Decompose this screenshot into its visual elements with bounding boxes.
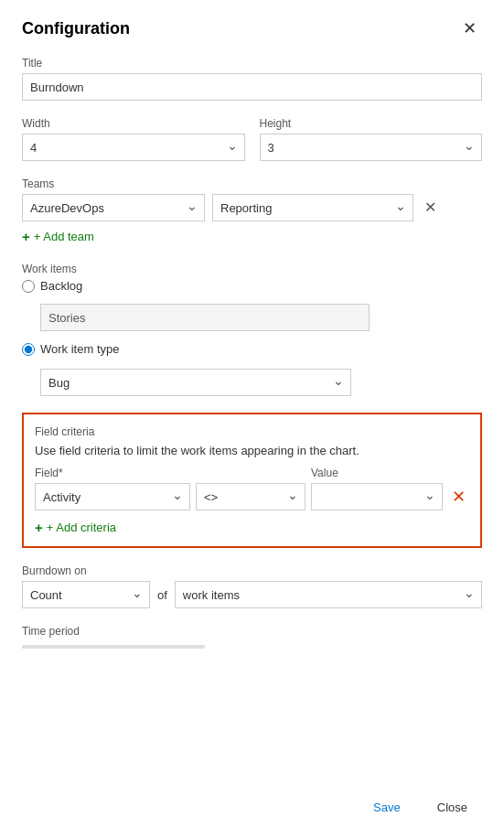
field-criteria-box: Field criteria Use field criteria to lim… xyxy=(22,413,482,548)
close-icon-button[interactable]: ✕ xyxy=(457,18,482,38)
backlog-radio-label[interactable]: Backlog xyxy=(22,279,482,293)
width-select[interactable]: 1 2 3 4 5 6 xyxy=(22,134,245,161)
add-criteria-label: + Add criteria xyxy=(47,521,116,534)
dialog-title: Configuration xyxy=(22,19,130,38)
work-items-label: Work items xyxy=(22,263,482,275)
add-team-label: + Add team xyxy=(34,230,94,243)
width-col: Width 1 2 3 4 5 6 xyxy=(22,117,245,161)
criteria-row: Activity Area Assigned To State Tag = <>… xyxy=(35,483,469,510)
height-select[interactable]: 1 2 3 4 5 6 xyxy=(260,134,483,161)
team2-select[interactable]: AzureDevOps Reporting Project1 xyxy=(212,194,413,221)
width-select-wrapper: 1 2 3 4 5 6 xyxy=(22,134,245,161)
dialog-header: Configuration ✕ xyxy=(22,18,482,38)
work-items-section: Work items Backlog Work item type Bug Ta… xyxy=(22,263,482,396)
teams-section: Teams AzureDevOps Reporting Project1 Azu… xyxy=(22,177,482,246)
count-select-wrapper: Count Sum xyxy=(22,581,150,608)
items-select[interactable]: work items story points effort remaining… xyxy=(175,581,482,608)
close-button[interactable]: Close xyxy=(423,794,482,820)
backlog-radio[interactable] xyxy=(22,280,35,293)
time-period-bar xyxy=(22,645,205,649)
work-type-select-container: Bug Task Epic Feature User Story xyxy=(40,369,351,396)
value-col-header: Value xyxy=(311,467,469,479)
dialog-footer: Save Close xyxy=(359,794,482,820)
operator-col-header xyxy=(196,467,306,479)
teams-row: AzureDevOps Reporting Project1 AzureDevO… xyxy=(22,194,482,221)
title-section: Title xyxy=(22,57,482,101)
of-label: of xyxy=(157,588,167,602)
save-button[interactable]: Save xyxy=(359,794,415,820)
teams-label: Teams xyxy=(22,177,482,190)
title-label: Title xyxy=(22,57,482,70)
width-label: Width xyxy=(22,117,245,130)
work-type-select-wrapper: Bug Task Epic Feature User Story xyxy=(40,369,351,396)
team2-select-wrapper: AzureDevOps Reporting Project1 xyxy=(212,194,413,221)
criteria-operator-select[interactable]: = <> < > <= >= In Not In xyxy=(196,483,306,510)
backlog-input[interactable] xyxy=(40,304,370,331)
remove-team-button[interactable]: ✕ xyxy=(421,199,440,217)
add-team-plus-icon: + xyxy=(22,229,30,244)
width-height-section: Width 1 2 3 4 5 6 Height 1 2 3 4 xyxy=(22,117,482,161)
items-select-wrapper: work items story points effort remaining… xyxy=(175,581,482,608)
work-item-type-radio-label[interactable]: Work item type xyxy=(22,342,482,356)
team1-select[interactable]: AzureDevOps Reporting Project1 xyxy=(22,194,205,221)
count-select[interactable]: Count Sum xyxy=(22,581,150,608)
burndown-on-section: Burndown on Count Sum of work items stor… xyxy=(22,564,482,608)
height-col: Height 1 2 3 4 5 6 xyxy=(260,117,483,161)
backlog-label-text: Backlog xyxy=(40,279,82,293)
burndown-on-row: Count Sum of work items story points eff… xyxy=(22,581,482,608)
backlog-field xyxy=(40,304,482,331)
work-type-select[interactable]: Bug Task Epic Feature User Story xyxy=(40,369,351,396)
criteria-column-headers: Field* Value xyxy=(35,467,469,479)
criteria-value-select[interactable] xyxy=(311,483,443,510)
field-criteria-label: Field criteria xyxy=(35,425,469,438)
configuration-dialog: Configuration ✕ Title Width 1 2 3 4 5 6 … xyxy=(0,0,504,838)
criteria-operator-select-wrapper: = <> < > <= >= In Not In xyxy=(196,483,306,510)
team1-select-wrapper: AzureDevOps Reporting Project1 xyxy=(22,194,205,221)
criteria-field-select[interactable]: Activity Area Assigned To State Tag xyxy=(35,483,190,510)
burndown-on-label: Burndown on xyxy=(22,564,482,577)
time-period-section: Time period xyxy=(22,625,482,649)
add-team-button[interactable]: + + Add team xyxy=(22,227,94,246)
time-period-label: Time period xyxy=(22,625,482,638)
delete-criteria-button[interactable]: ✕ xyxy=(448,487,469,507)
height-select-wrapper: 1 2 3 4 5 6 xyxy=(260,134,483,161)
work-item-type-radio[interactable] xyxy=(22,343,35,356)
field-criteria-description: Use field criteria to limit the work ite… xyxy=(35,444,469,457)
criteria-value-select-wrapper xyxy=(311,483,443,510)
field-col-header: Field* xyxy=(35,467,190,479)
add-criteria-plus-icon: + xyxy=(35,520,43,535)
criteria-field-select-wrapper: Activity Area Assigned To State Tag xyxy=(35,483,190,510)
add-criteria-button[interactable]: + + Add criteria xyxy=(35,518,116,537)
height-label: Height xyxy=(260,117,483,130)
title-input[interactable] xyxy=(22,73,482,101)
work-items-radio-group: Backlog Work item type Bug Task Epic Fea… xyxy=(22,279,482,396)
work-item-type-label-text: Work item type xyxy=(40,342,119,356)
